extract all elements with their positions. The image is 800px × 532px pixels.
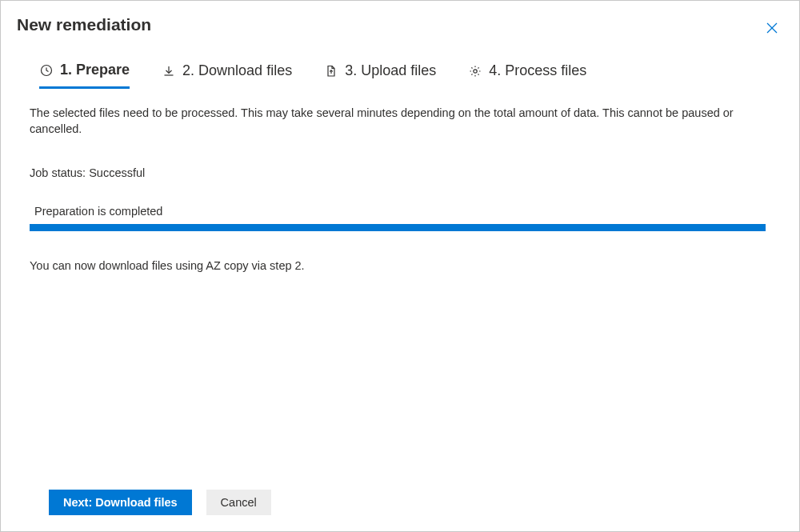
tab-process-files[interactable]: 4. Process files <box>468 62 586 88</box>
dialog-footer: Next: Download files Cancel <box>1 490 271 531</box>
tab-download-files[interactable]: 2. Download files <box>162 62 292 88</box>
close-button[interactable] <box>762 20 782 39</box>
svg-point-3 <box>474 69 477 72</box>
tab-prepare[interactable]: 1. Prepare <box>39 62 130 89</box>
job-status-text: Job status: Successful <box>30 166 770 182</box>
wizard-step-content: The selected files need to be processed.… <box>1 88 799 531</box>
dialog-title: New remediation <box>17 15 151 34</box>
dialog-new-remediation: New remediation 1. Prepare <box>0 0 800 532</box>
file-upload-icon <box>324 64 338 78</box>
dialog-header: New remediation <box>1 1 799 39</box>
tab-download-label: 2. Download files <box>182 62 292 79</box>
close-icon <box>766 22 778 37</box>
tab-process-label: 4. Process files <box>489 62 586 79</box>
tab-upload-label: 3. Upload files <box>345 62 436 79</box>
clock-icon <box>39 63 54 78</box>
gear-icon <box>468 64 482 78</box>
download-icon <box>162 64 176 78</box>
next-button[interactable]: Next: Download files <box>49 490 192 515</box>
cancel-button[interactable]: Cancel <box>206 490 271 515</box>
step-description: The selected files need to be processed.… <box>30 106 758 137</box>
progress-bar <box>30 224 766 231</box>
tab-upload-files[interactable]: 3. Upload files <box>324 62 436 88</box>
step-hint: You can now download files using AZ copy… <box>30 258 770 274</box>
tab-prepare-label: 1. Prepare <box>60 62 130 78</box>
wizard-tabs: 1. Prepare 2. Download files <box>1 39 799 88</box>
progress-label: Preparation is completed <box>30 204 770 225</box>
